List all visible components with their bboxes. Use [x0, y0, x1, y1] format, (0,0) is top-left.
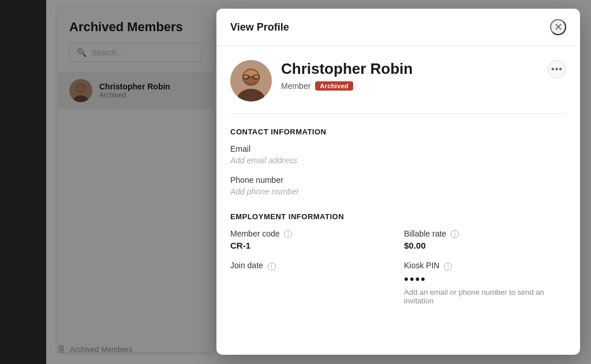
more-options-button[interactable]: •••: [548, 60, 566, 78]
invitation-note: Add an email or phone number to send an …: [404, 288, 566, 305]
member-code-info-icon[interactable]: i: [284, 230, 292, 238]
profile-header: Christopher Robin Member Archived •••: [230, 60, 566, 114]
join-date-label: Join date i: [230, 261, 392, 270]
member-code-group: Member code i CR-1: [230, 229, 392, 250]
profile-name: Christopher Robin: [281, 60, 538, 78]
email-label: Email: [230, 144, 566, 153]
profile-role-row: Member Archived: [281, 81, 538, 91]
employment-fields-row: Member code i CR-1 Billable rate i $0.00: [230, 229, 566, 261]
billable-rate-group: Billable rate i $0.00: [404, 229, 566, 250]
employment-fields-row-2: Join date i Kiosk PIN i •••• Add an emai…: [230, 261, 566, 315]
modal-title: View Profile: [230, 21, 289, 33]
close-button[interactable]: ✕: [550, 19, 566, 35]
member-code-label: Member code i: [230, 229, 392, 238]
join-date-info-icon[interactable]: i: [268, 262, 276, 271]
contact-section: CONTACT INFORMATION Email Add email addr…: [230, 127, 566, 196]
kiosk-pin-info-icon[interactable]: i: [444, 262, 452, 271]
contact-section-title: CONTACT INFORMATION: [230, 127, 566, 136]
billable-rate-value: $0.00: [404, 241, 566, 250]
profile-info: Christopher Robin Member Archived: [281, 60, 538, 91]
archived-badge: Archived: [315, 81, 353, 91]
profile-avatar: [230, 60, 272, 102]
email-field-group: Email Add email address: [230, 144, 566, 165]
phone-placeholder[interactable]: Add phone number: [230, 187, 566, 196]
billable-rate-info-icon[interactable]: i: [451, 230, 459, 238]
modal-body: Christopher Robin Member Archived ••• CO…: [216, 46, 580, 355]
view-profile-modal: View Profile ✕: [216, 9, 580, 355]
billable-rate-label: Billable rate i: [404, 229, 566, 238]
modal-header: View Profile ✕: [216, 9, 580, 46]
kiosk-pin-group: Kiosk PIN i •••• Add an email or phone n…: [404, 261, 566, 305]
profile-role: Member: [281, 81, 311, 91]
member-code-value: CR-1: [230, 241, 392, 250]
employment-section: EMPLOYMENT INFORMATION Member code i CR-…: [230, 212, 566, 316]
email-placeholder[interactable]: Add email address: [230, 156, 566, 165]
kiosk-pin-label: Kiosk PIN i: [404, 261, 566, 270]
phone-field-group: Phone number Add phone number: [230, 175, 566, 196]
phone-label: Phone number: [230, 175, 566, 185]
join-date-group: Join date i: [230, 261, 392, 305]
employment-section-title: EMPLOYMENT INFORMATION: [230, 212, 566, 221]
kiosk-pin-dots: ••••: [404, 273, 566, 286]
